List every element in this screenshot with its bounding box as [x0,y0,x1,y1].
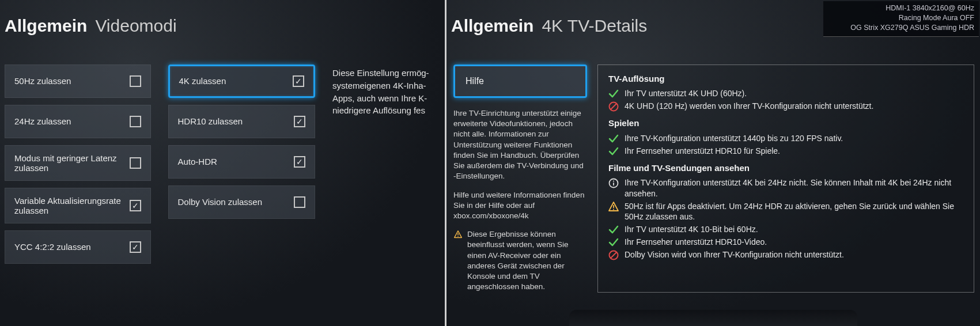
checkbox-icon [294,196,305,208]
check-icon [608,134,619,144]
checkbox-icon: ✓ [294,116,305,127]
breadcrumb: Allgemein [451,16,533,36]
option-ycc422[interactable]: YCC 4:2:2 zulassen ✓ [5,230,151,264]
info-icon [608,178,619,188]
option-24hz[interactable]: 24Hz zulassen [5,105,151,138]
checkbox-icon [130,157,141,169]
detail-row: Ihr TV unterstützt 4K 10-Bit bei 60Hz. [608,224,963,235]
option-dolby-vision[interactable]: Dolby Vision zulassen [168,185,315,219]
option-hdr10[interactable]: HDR10 zulassen ✓ [168,105,315,138]
checkbox-icon [130,116,141,127]
no-icon [608,250,619,260]
warning-icon [608,202,619,212]
detail-row: Ihr Fernseher unterstützt HDR10-Video. [608,237,963,248]
checkbox-icon: ✓ [293,75,304,87]
detail-row: 4K UHD (120 Hz) werden von Ihrer TV-Konf… [608,101,963,112]
help-button[interactable]: Hilfe [453,65,587,98]
page-title: 4K TV-Details [542,16,647,36]
option-vrr[interactable]: Variable Aktualisierungsrate zulassen ✓ [5,188,151,223]
keyboard-silhouette [569,310,857,326]
option-4k[interactable]: 4K zulassen ✓ [168,65,315,98]
option-50hz[interactable]: 50Hz zulassen [5,65,151,98]
check-icon [608,89,619,99]
check-icon [608,146,619,157]
detail-row: Ihre TV-Konfiguration unterstützt 1440p … [608,133,963,144]
detail-row: Ihr Fernseher unterstützt HDR10 für Spie… [608,146,963,157]
tv-details-box: TV-Auflösung Ihr TV unterstützt 4K UHD (… [597,65,974,293]
detail-row: Ihr TV unterstützt 4K UHD (60Hz). [608,88,963,99]
video-modes-col2: 4K zulassen ✓ HDR10 zulassen ✓ Auto-HDR … [168,65,315,264]
help-column: Hilfe Ihre TV-Einrichtung unterstützt ei… [453,65,587,293]
check-icon [608,237,619,248]
checkbox-icon: ✓ [294,156,305,168]
detail-row: Ihre TV-Konfiguration unterstützt 4K bei… [608,177,963,199]
checkbox-icon [130,75,141,87]
check-icon [608,225,619,235]
detail-row: Dolby Vision wird von Ihrer TV-Konfigura… [608,249,963,260]
header-left: Allgemein Videomodi [0,0,445,36]
section-heading-movies: Filme und TV-Sendungen ansehen [608,162,963,174]
page-title: Videomodi [95,16,176,36]
option-auto-hdr[interactable]: Auto-HDR ✓ [168,145,315,179]
option-description: Diese Einstellung ermög­systemeigenen 4K… [332,65,445,264]
monitor-osd-overlay: HDMI-1 3840x2160@ 60Hz Racing Mode Aura … [823,1,979,37]
section-heading-gaming: Spielen [608,117,963,129]
videomodi-panel: Allgemein Videomodi 50Hz zulassen 24Hz z… [0,0,447,326]
detail-row: 50Hz ist für Apps deaktiviert. Um 24Hz H… [608,201,963,223]
4k-details-panel: Allgemein 4K TV-Details HDMI-1 3840x2160… [447,0,980,326]
section-heading-resolution: TV-Auflösung [608,73,963,85]
checkbox-icon: ✓ [130,241,141,253]
help-text: Ihre TV-Einrichtung unterstützt einige e… [453,108,587,293]
checkbox-icon: ✓ [130,200,141,211]
video-modes-col1: 50Hz zulassen 24Hz zulassen Modus mit ge… [5,65,151,264]
warning-icon [453,230,463,238]
breadcrumb: Allgemein [5,16,87,36]
no-icon [608,101,619,112]
option-low-latency[interactable]: Modus mit geringer Latenz zulassen [5,145,151,181]
